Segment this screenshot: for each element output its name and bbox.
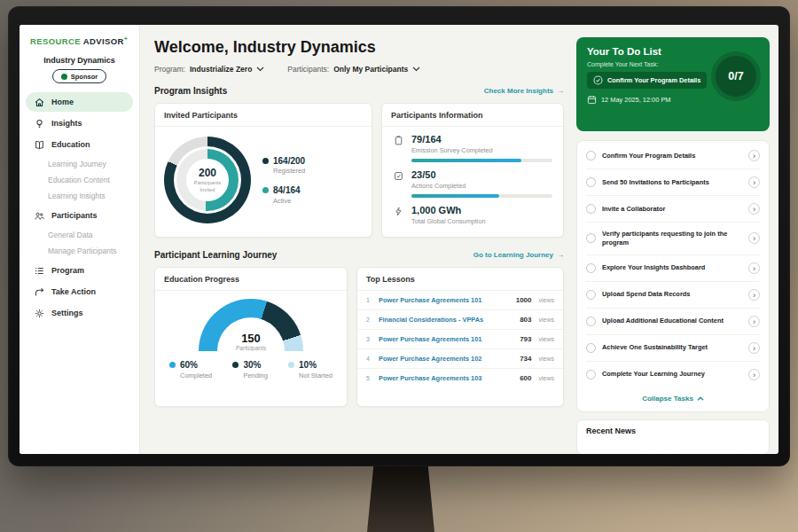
- checkbox-circle-icon[interactable]: [586, 177, 596, 187]
- task-item[interactable]: Explore Your Insights Dashboard ›: [586, 255, 760, 282]
- participants-filter-label: Participants:: [287, 65, 329, 74]
- checkbox-circle-icon[interactable]: [586, 370, 596, 379]
- sidebar-item-label: Settings: [51, 309, 83, 317]
- chevron-right-icon[interactable]: ›: [748, 342, 760, 354]
- recent-news-heading: Recent News: [586, 426, 760, 435]
- checkbox-circle-icon[interactable]: [586, 290, 596, 300]
- chevron-right-icon[interactable]: ›: [748, 203, 760, 215]
- check-square-icon: [393, 170, 404, 182]
- lesson-link[interactable]: Power Purchase Agreements 103: [379, 374, 514, 382]
- lesson-link[interactable]: Financial Considerations - VPPAs: [379, 316, 514, 324]
- legend-dot: [262, 158, 269, 164]
- task-item[interactable]: Confirm Your Program Details ›: [586, 143, 760, 169]
- participants-information-card: Participants Information 79/164 Emission…: [381, 103, 564, 238]
- checkbox-circle-icon[interactable]: [586, 151, 596, 160]
- main-content: Welcome, Industry Dynamics Program: Indu…: [140, 25, 576, 454]
- list-icon: [34, 265, 45, 277]
- sidebar-item-learning-journey[interactable]: Learning Journey: [26, 156, 133, 172]
- sidebar-item-learning-insights[interactable]: Learning Insights: [26, 188, 133, 204]
- chevron-right-icon[interactable]: ›: [748, 289, 760, 301]
- sidebar-item-label: Education: [51, 140, 90, 149]
- stat-global-consumption: 1,000 GWh Total Global Consumption: [382, 198, 563, 225]
- invited-legend: 164/200 Registered 84/164 Active: [262, 156, 305, 205]
- chevron-right-icon[interactable]: ›: [748, 262, 760, 274]
- task-item[interactable]: Verify participants requesting to join t…: [586, 223, 760, 255]
- lesson-link[interactable]: Power Purchase Agreements 101: [379, 335, 514, 343]
- check-more-insights-link[interactable]: Check More Insights →: [484, 87, 564, 95]
- legend-item-not-started: 10% Not Started: [288, 360, 332, 379]
- people-icon: [34, 210, 45, 222]
- chevron-right-icon[interactable]: ›: [748, 369, 760, 380]
- checkbox-circle-icon[interactable]: [586, 233, 596, 243]
- filter-bar: Program: Industrialize Zero Participants…: [154, 65, 564, 74]
- lesson-link[interactable]: Power Purchase Agreements 102: [379, 355, 514, 363]
- sidebar-item-participants[interactable]: Participants: [26, 206, 133, 225]
- sidebar-nav: Home Insights Education Learning Journey…: [20, 92, 139, 323]
- legend-dot: [169, 362, 176, 368]
- legend-item-completed: 60% Completed: [169, 360, 212, 379]
- chevron-down-icon: [412, 66, 420, 72]
- progress-fill: [411, 194, 499, 198]
- sponsor-badge[interactable]: Sponsor: [52, 69, 106, 83]
- top-lessons-card: Top Lessons 1 Power Purchase Agreements …: [356, 267, 564, 407]
- app-logo: RESOURCE ADVISOR+: [20, 35, 139, 46]
- lesson-row[interactable]: 1 Power Purchase Agreements 101 1000 vie…: [357, 291, 563, 310]
- sidebar-item-education-content[interactable]: Education Content: [26, 172, 133, 188]
- program-filter-label: Program:: [154, 65, 185, 74]
- checkbox-circle-icon[interactable]: [586, 317, 596, 326]
- participants-filter-value: Only My Participants: [333, 65, 408, 74]
- go-to-learning-journey-link[interactable]: Go to Learning Journey →: [473, 251, 564, 259]
- chevron-right-icon[interactable]: ›: [748, 316, 760, 327]
- chevron-up-icon: [697, 396, 704, 401]
- program-filter-value: Industrialize Zero: [190, 65, 252, 74]
- sidebar-item-take-action[interactable]: Take Action: [26, 282, 133, 301]
- progress-bar: [411, 159, 552, 162]
- sidebar-item-insights[interactable]: Insights: [26, 113, 133, 133]
- chevron-right-icon[interactable]: ›: [748, 232, 760, 244]
- program-filter[interactable]: Program: Industrialize Zero: [154, 65, 264, 74]
- page-title: Welcome, Industry Dynamics: [154, 38, 564, 57]
- task-item[interactable]: Achieve One Sustainability Target ›: [586, 335, 760, 362]
- checkbox-circle-icon[interactable]: [586, 204, 596, 214]
- sidebar-item-settings[interactable]: Settings: [26, 303, 133, 323]
- action-arrow-icon: [34, 286, 45, 298]
- lesson-row[interactable]: 5 Power Purchase Agreements 103 600 view…: [357, 369, 563, 387]
- task-item[interactable]: Invite a Collaborator ›: [586, 196, 760, 223]
- task-item[interactable]: Upload Additional Educational Content ›: [586, 309, 760, 335]
- legend-item-pending: 30% Pending: [232, 360, 268, 379]
- lesson-row[interactable]: 3 Power Purchase Agreements 101 793 view…: [357, 330, 563, 349]
- education-progress-card: Education Progress 150 Participants: [154, 267, 348, 407]
- lesson-row[interactable]: 2 Financial Considerations - VPPAs 803 v…: [357, 310, 563, 330]
- participants-filter[interactable]: Participants: Only My Participants: [287, 65, 420, 74]
- collapse-tasks-button[interactable]: Collapse Tasks: [586, 387, 760, 410]
- task-list-card: Confirm Your Program Details › Send 50 I…: [576, 140, 770, 412]
- chevron-right-icon[interactable]: ›: [748, 176, 760, 188]
- legend-dot: [232, 362, 239, 368]
- checkbox-circle-icon[interactable]: [586, 343, 596, 353]
- sidebar-item-education[interactable]: Education: [26, 135, 133, 154]
- sidebar-item-home[interactable]: Home: [26, 92, 133, 112]
- sponsor-label: Sponsor: [71, 73, 98, 81]
- background-wall: RESOURCE ADVISOR+ Industry Dynamics Spon…: [0, 0, 798, 532]
- task-item[interactable]: Upload Spend Data Records ›: [586, 282, 760, 309]
- sidebar-item-program[interactable]: Program: [26, 261, 133, 280]
- progress-fill: [411, 159, 521, 162]
- sidebar-item-manage-participants[interactable]: Manage Participants: [26, 243, 133, 259]
- lesson-row[interactable]: 4 Power Purchase Agreements 102 734 view…: [357, 349, 563, 369]
- lesson-link[interactable]: Power Purchase Agreements 101: [379, 296, 511, 304]
- sidebar-item-general-data[interactable]: General Data: [26, 227, 133, 243]
- monitor-bezel: RESOURCE ADVISOR+ Industry Dynamics Spon…: [8, 6, 790, 466]
- checkbox-circle-icon[interactable]: [586, 263, 596, 273]
- gauge-center: 150 Participants: [199, 332, 303, 351]
- progress-bar: [411, 194, 552, 198]
- task-item[interactable]: Complete Your Learning Journey ›: [586, 362, 760, 387]
- education-gauge-chart: 150 Participants: [199, 299, 303, 351]
- task-item[interactable]: Send 50 Invitations to Participants ›: [586, 169, 760, 196]
- dashboard-screen: RESOURCE ADVISOR+ Industry Dynamics Spon…: [20, 25, 778, 454]
- stat-actions-completed: 23/50 Actions Completed: [382, 162, 563, 198]
- legend-item-active: 84/164 Active: [262, 185, 305, 205]
- logo-text-primary: RESOURCE: [30, 36, 81, 46]
- lightbulb-icon: [34, 118, 45, 129]
- next-task-pill[interactable]: Confirm Your Program Details: [587, 72, 707, 89]
- chevron-right-icon[interactable]: ›: [748, 150, 760, 161]
